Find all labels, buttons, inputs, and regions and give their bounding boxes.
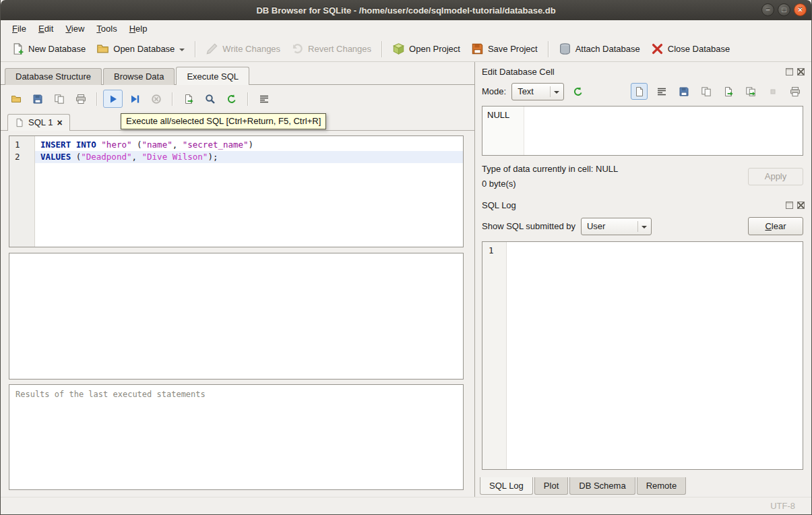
apply-label: Apply bbox=[765, 171, 787, 181]
sql-file-icon bbox=[15, 118, 24, 127]
attach-database-label: Attach Database bbox=[575, 44, 640, 54]
sql-editor[interactable]: 12 INSERT INTO "hero" ("name", "secret_n… bbox=[9, 135, 464, 247]
export-cell-button[interactable] bbox=[742, 83, 759, 100]
close-dock-icon[interactable] bbox=[797, 202, 805, 209]
sql-log-view[interactable]: 1 bbox=[482, 241, 803, 470]
menu-file[interactable]: File bbox=[6, 22, 32, 36]
cell-mode-row: Mode: Text bbox=[475, 79, 811, 104]
execute-all-button[interactable] bbox=[103, 90, 123, 108]
save-sql-file-button[interactable] bbox=[28, 90, 47, 108]
menu-help[interactable]: Help bbox=[123, 22, 154, 36]
right-tab-bar: SQL Log Plot DB Schema Remote bbox=[475, 477, 811, 497]
close-tab-icon[interactable]: × bbox=[57, 119, 62, 127]
open-database-button[interactable]: Open Database bbox=[91, 39, 190, 59]
sql-code: INSERT INTO "hero" ("name", "secret_name… bbox=[35, 136, 463, 247]
undock-icon[interactable] bbox=[786, 68, 793, 75]
toolbar-separator bbox=[381, 41, 382, 57]
close-database-icon bbox=[651, 42, 664, 55]
save-project-button[interactable]: Save Project bbox=[466, 39, 543, 59]
tab-execute-sql[interactable]: Execute SQL bbox=[176, 67, 249, 85]
close-database-button[interactable]: Close Database bbox=[646, 39, 736, 59]
open-file-button[interactable] bbox=[675, 83, 692, 100]
minimize-button[interactable]: – bbox=[761, 3, 774, 16]
tab-sql-log[interactable]: SQL Log bbox=[480, 477, 533, 495]
find-button[interactable] bbox=[200, 90, 220, 108]
right-pane: Edit Database Cell Mode: Text bbox=[474, 62, 811, 497]
menu-bar: File Edit View Tools Help bbox=[1, 20, 811, 36]
encoding-status: UTF-8 bbox=[770, 501, 795, 511]
auto-refresh-button[interactable] bbox=[569, 83, 586, 100]
find-replace-icon bbox=[226, 94, 237, 104]
open-database-dropdown-icon[interactable] bbox=[179, 49, 185, 54]
main-toolbar: New Database Open Database Write Changes… bbox=[1, 36, 811, 62]
menu-view[interactable]: View bbox=[59, 22, 90, 36]
select-separator bbox=[550, 86, 551, 97]
save-project-icon bbox=[471, 42, 484, 55]
mode-label: Mode: bbox=[482, 86, 506, 96]
app-window: DB Browser for SQLite - /home/user/code/… bbox=[0, 0, 812, 515]
tab-remote[interactable]: Remote bbox=[637, 477, 687, 495]
edit-cell-dock-header: Edit Database Cell bbox=[475, 62, 811, 79]
cell-editor[interactable]: NULL bbox=[482, 106, 803, 156]
write-changes-button: Write Changes bbox=[200, 39, 286, 59]
execute-line-button[interactable] bbox=[125, 90, 144, 108]
maximize-button[interactable]: □ bbox=[778, 3, 790, 16]
window-controls: – □ × bbox=[761, 3, 807, 16]
main-tab-bar: Database Structure Browse Data Execute S… bbox=[1, 66, 474, 85]
save-sql-file-icon bbox=[32, 94, 43, 104]
edit-cell-title: Edit Database Cell bbox=[482, 67, 555, 77]
clear-label: Clear bbox=[765, 221, 786, 231]
cell-editor-area bbox=[524, 107, 803, 155]
menu-tools[interactable]: Tools bbox=[90, 22, 123, 36]
sql-toolbar bbox=[1, 85, 474, 111]
close-database-label: Close Database bbox=[668, 44, 730, 54]
tab-browse-data[interactable]: Browse Data bbox=[103, 68, 175, 85]
menu-edit[interactable]: Edit bbox=[32, 22, 59, 36]
close-dock-icon[interactable] bbox=[797, 68, 805, 75]
title-bar: DB Browser for SQLite - /home/user/code/… bbox=[1, 0, 811, 20]
word-wrap-button[interactable] bbox=[653, 83, 670, 100]
find-replace-button[interactable] bbox=[222, 90, 241, 108]
toolbar-separator bbox=[548, 41, 549, 57]
tab-db-schema[interactable]: DB Schema bbox=[569, 477, 635, 495]
log-filter-select[interactable]: User bbox=[581, 218, 652, 235]
attach-database-button[interactable]: Attach Database bbox=[553, 39, 646, 59]
close-button[interactable]: × bbox=[794, 3, 807, 16]
toolbar-separator bbox=[195, 41, 195, 57]
tab-plot[interactable]: Plot bbox=[534, 477, 568, 495]
undock-icon[interactable] bbox=[786, 202, 793, 209]
new-database-button[interactable]: New Database bbox=[6, 39, 91, 59]
sql-gutter: 12 bbox=[9, 136, 35, 247]
tab-database-structure[interactable]: Database Structure bbox=[5, 68, 102, 85]
stop-execution-icon bbox=[151, 94, 162, 104]
import-cell-button[interactable] bbox=[720, 83, 737, 100]
copy-cell-button[interactable] bbox=[697, 83, 714, 100]
sql-tab-label: SQL 1 bbox=[28, 117, 53, 127]
app-body: Database Structure Browse Data Execute S… bbox=[1, 62, 811, 497]
clear-log-button[interactable]: Clear bbox=[748, 217, 803, 235]
format-sql-button[interactable] bbox=[254, 90, 274, 108]
save-sql-as-button[interactable] bbox=[49, 90, 69, 108]
sql-log-title: SQL Log bbox=[482, 200, 516, 210]
left-pane: Database Structure Browse Data Execute S… bbox=[1, 62, 474, 497]
attach-database-icon bbox=[559, 42, 571, 55]
revert-changes-button: Revert Changes bbox=[286, 39, 377, 59]
text-mode-button[interactable] bbox=[631, 83, 648, 100]
save-sql-as-icon bbox=[54, 94, 65, 104]
import-icon bbox=[723, 86, 734, 97]
find-icon bbox=[205, 94, 216, 104]
log-line-number: 1 bbox=[489, 245, 494, 255]
print-sql-button[interactable] bbox=[71, 90, 90, 108]
open-sql-file-button[interactable] bbox=[6, 90, 26, 108]
open-project-label: Open Project bbox=[409, 44, 460, 54]
sql-editor-tab[interactable]: SQL 1 × bbox=[7, 114, 70, 131]
open-project-button[interactable]: Open Project bbox=[387, 39, 466, 59]
log-body bbox=[507, 242, 803, 469]
mode-select[interactable]: Text bbox=[511, 83, 564, 100]
export-results-button[interactable] bbox=[179, 90, 198, 108]
revert-changes-icon bbox=[291, 42, 304, 55]
save-project-label: Save Project bbox=[488, 44, 538, 54]
sql-toolbar-separator bbox=[247, 92, 248, 106]
print-cell-button[interactable] bbox=[786, 83, 803, 100]
format-sql-icon bbox=[259, 94, 270, 104]
